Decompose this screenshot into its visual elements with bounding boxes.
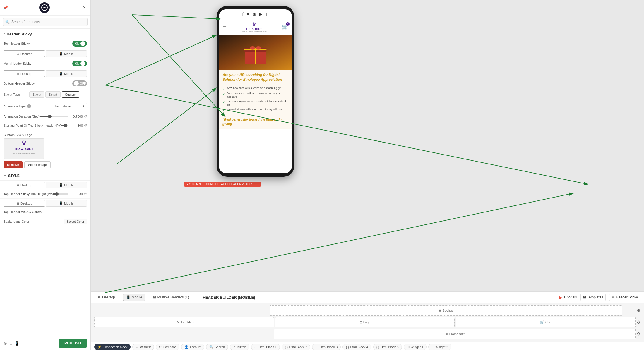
widget-html-block-4[interactable]: { } Html Block 4 — [342, 344, 371, 350]
desktop-view-button[interactable]: 🖥 Desktop — [94, 294, 118, 301]
back-arrow-icon[interactable]: ‹ — [4, 32, 5, 36]
cart-badge: 0 — [286, 22, 290, 26]
sticky-btn-sticky[interactable]: Sticky — [29, 91, 44, 98]
min-height-reset[interactable]: ↺ — [84, 192, 87, 196]
settings-icon-btn[interactable]: ⚙ — [4, 341, 7, 346]
templates-button[interactable]: ⊞ Templates — [580, 294, 606, 301]
cart-block[interactable]: 🛒 Cart — [456, 317, 636, 327]
promo-text-block[interactable]: ⊞ Promo text — [274, 329, 636, 339]
min-height-thumb[interactable] — [55, 192, 59, 196]
mobile-view-button[interactable]: 📱 Mobile — [123, 294, 145, 301]
mobile-tab-1[interactable]: 📱 Mobile — [46, 50, 87, 57]
svg-point-10 — [256, 46, 261, 50]
svg-text:THE FUTURE OF HR GIFTING: THE FUTURE OF HR GIFTING — [12, 152, 37, 154]
select-image-button[interactable]: Select Image — [24, 161, 51, 168]
widget-html-block-3[interactable]: { } Html Block 3 — [312, 344, 341, 350]
mobile-menu-block[interactable]: ☰ Mobile Menu — [94, 317, 274, 327]
close-button[interactable]: × — [81, 4, 88, 11]
section-title: ‹ Header Sticky — [0, 29, 90, 38]
widget-wishlist[interactable]: ♡ Wishlist — [132, 344, 154, 350]
socials-block[interactable]: ⊞ Socials — [270, 305, 622, 316]
animation-duration-thumb[interactable] — [48, 115, 52, 118]
wcag-control-row: Top Header WCAG Control — [0, 208, 90, 216]
html-block-4-label: Html Block 4 — [350, 345, 368, 349]
widget-widget-2[interactable]: ⊞ Widget 2 — [428, 344, 451, 350]
mobile-icon-2: 📱 — [59, 72, 63, 76]
svg-text:♛: ♛ — [21, 140, 27, 147]
logo-block-label: Logo — [363, 320, 370, 324]
widget-search[interactable]: 🔍 Search — [206, 344, 228, 350]
pin-button[interactable]: 📌 — [3, 5, 8, 10]
widget-bar: ⚡ Connection block ♡ Wishlist ⊙ Compare … — [91, 342, 644, 350]
header-row-promo: ⊞ Promo text ⚙ — [94, 329, 640, 339]
promo-settings-gear[interactable]: ⚙ — [637, 329, 640, 339]
top-header-sticky-toggle[interactable]: ON — [72, 41, 87, 47]
socials-settings-gear[interactable]: ⚙ — [637, 308, 640, 313]
multiple-headers-button[interactable]: ⊞ Multiple Headers (1) — [150, 294, 192, 301]
svg-line-17 — [132, 15, 221, 19]
hamburger-icon[interactable]: ☰ — [222, 24, 227, 30]
main-row-settings-gear[interactable]: ⚙ — [637, 317, 640, 327]
widget-1-label: Widget 1 — [411, 345, 423, 349]
starting-point-reset[interactable]: ↺ — [84, 123, 87, 128]
widget-html-block-1[interactable]: { } Html Block 1 — [251, 344, 280, 350]
starting-point-thumb[interactable] — [64, 124, 67, 127]
tutorials-label: Tutorials — [564, 295, 577, 299]
bottom-header-sticky-toggle[interactable]: OFF — [72, 80, 87, 86]
mobile-tab-2[interactable]: 📱 Mobile — [46, 70, 87, 77]
widget-html-block-2[interactable]: { } Html Block 2 — [282, 344, 310, 350]
main-header-sticky-toggle[interactable]: ON — [72, 61, 87, 66]
sticky-btn-custom[interactable]: Custom — [62, 91, 79, 98]
search-input[interactable] — [3, 18, 88, 26]
publish-button[interactable]: PUBLISH — [59, 339, 87, 348]
header-sticky-button[interactable]: ✏ Header Sticky — [609, 294, 640, 301]
desktop-tab-4[interactable]: 🖥 Desktop — [4, 200, 45, 207]
cart-icon[interactable]: 🛒 0 — [282, 23, 288, 30]
min-height-label: Top Header Sticky Min Height (Px) — [4, 192, 53, 196]
widget-compare[interactable]: ⊙ Compare — [156, 344, 179, 350]
instagram-icon: ◉ — [253, 12, 256, 16]
animation-duration-reset[interactable]: ↺ — [84, 114, 87, 119]
widget-account[interactable]: 👤 Account — [181, 344, 205, 350]
widget-button[interactable]: ✓ Button — [230, 344, 249, 350]
widget-html-block-5[interactable]: { } Html Block 5 — [373, 344, 402, 350]
animation-duration-track[interactable] — [40, 116, 68, 117]
mobile-tab-3[interactable]: 📱 Mobile — [46, 182, 87, 188]
min-height-row: Top Header Sticky Min Height (Px) 30 ↺ — [0, 190, 90, 199]
tutorials-button[interactable]: ▶ Tutorials — [559, 295, 577, 300]
logo-crown-icon: ♛ — [242, 21, 266, 28]
mobile-view-btn[interactable]: 📱 — [14, 341, 19, 346]
widget-connection-block[interactable]: ⚡ Connection block — [94, 344, 131, 350]
cart-block-icon: 🛒 — [540, 320, 544, 324]
starting-point-track[interactable] — [61, 125, 68, 126]
html-block-3-label: Html Block 3 — [320, 345, 338, 349]
desktop-tab-1[interactable]: 🖥 Desktop — [4, 50, 45, 57]
view-tabs-3: 🖥 Desktop 📱 Mobile — [0, 181, 90, 190]
min-height-track[interactable] — [53, 193, 68, 195]
checkmark-1: ✓ — [222, 87, 225, 91]
svg-line-14 — [132, 15, 225, 117]
widget-widget-1[interactable]: ⊞ Widget 1 — [404, 344, 427, 350]
logo-block[interactable]: ⊞ Logo — [275, 317, 455, 327]
animation-type-select[interactable]: Jump down ▾ — [52, 103, 87, 109]
mobile-tab-4[interactable]: 📱 Mobile — [46, 200, 87, 207]
remove-logo-button[interactable]: Remove — [4, 161, 23, 168]
animation-duration-value: 0.7000 — [70, 115, 83, 118]
desktop-tab-3[interactable]: 🖥 Desktop — [4, 182, 45, 188]
view-tabs-2: 🖥 Desktop 📱 Mobile — [0, 69, 90, 78]
section-title-text: Header Sticky — [7, 32, 32, 36]
linkedin-icon: in — [265, 12, 268, 16]
sticky-btn-smart[interactable]: Smart — [45, 91, 60, 98]
view-tabs-4: 🖥 Desktop 📱 Mobile — [0, 199, 90, 208]
mobile-label-4: Mobile — [64, 202, 73, 205]
desktop-tab-2[interactable]: 🖥 Desktop — [4, 70, 45, 77]
desktop-view-icon: 🖥 — [97, 295, 101, 299]
check-text-2: Boost team spirit with an interesting ac… — [227, 92, 288, 99]
mobile-frame: f ✕ ◉ ▶ in ☰ ♛ HR & GIFT THE FUTURE OF H… — [217, 6, 294, 177]
desktop-label: Desktop — [20, 52, 32, 56]
bottom-header-sticky-row: Bottom Header Sticky OFF — [0, 78, 90, 89]
desktop-view-btn[interactable]: □ — [10, 341, 12, 346]
checkmark-3: ✓ — [222, 100, 225, 104]
collapse-panel-handle[interactable]: ‹ — [90, 169, 91, 181]
select-color-button[interactable]: Select Color — [64, 219, 87, 224]
